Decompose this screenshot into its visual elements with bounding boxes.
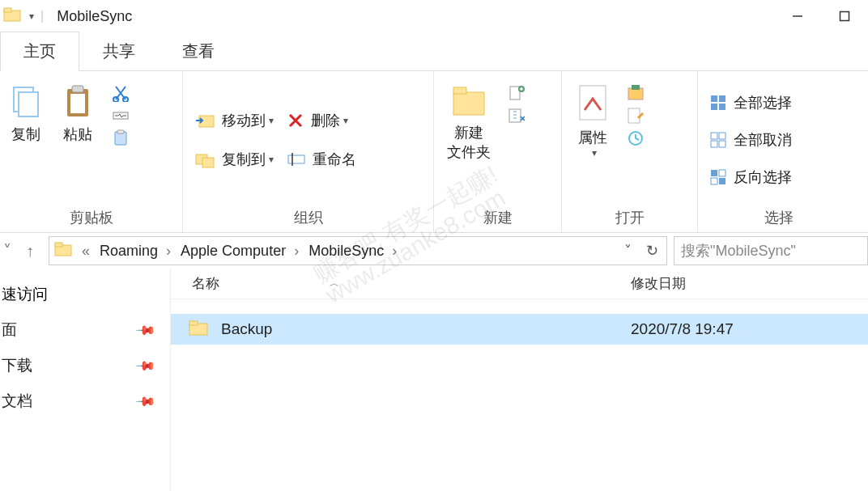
- new-item-icon[interactable]: [507, 84, 525, 102]
- chevron-down-icon: ▾: [269, 115, 274, 126]
- quick-access-toolbar-dropdown[interactable]: ▾: [29, 11, 34, 22]
- svg-rect-27: [628, 108, 640, 123]
- open-icon[interactable]: [627, 84, 645, 102]
- chevron-down-icon: ▾: [592, 147, 597, 159]
- paste-button[interactable]: 粘贴: [52, 76, 104, 147]
- svg-rect-24: [580, 86, 606, 120]
- breadcrumb-prefix[interactable]: «: [77, 237, 95, 265]
- pin-icon: 📌: [134, 390, 157, 413]
- tab-home[interactable]: 主页: [0, 32, 79, 71]
- svg-rect-7: [70, 94, 85, 113]
- search-input[interactable]: 搜索"MobileSync": [674, 236, 868, 265]
- copy-path-icon[interactable]: [112, 107, 130, 125]
- address-dropdown-icon[interactable]: ˅: [624, 242, 632, 260]
- select-none-icon: [709, 131, 727, 149]
- group-select-label: 选择: [703, 203, 855, 232]
- move-to-button[interactable]: 移动到 ▾: [188, 104, 280, 138]
- history-icon[interactable]: [627, 129, 645, 147]
- chevron-right-icon: ›: [392, 243, 397, 260]
- svg-rect-20: [453, 87, 466, 94]
- svg-rect-5: [19, 92, 38, 116]
- svg-rect-31: [711, 104, 717, 110]
- properties-icon: [575, 83, 611, 123]
- rename-icon: [287, 150, 306, 168]
- copy-icon: [9, 83, 43, 120]
- group-open-label: 打开: [567, 203, 692, 232]
- chevron-right-icon: ›: [294, 243, 299, 260]
- chevron-down-icon: ▾: [269, 154, 274, 165]
- breadcrumb-seg-apple[interactable]: Apple Computer›: [176, 237, 304, 265]
- chevron-down-icon: ▾: [343, 115, 348, 126]
- svg-rect-35: [711, 141, 717, 147]
- group-organize-label: 组织: [188, 203, 428, 232]
- new-folder-icon: [449, 83, 489, 118]
- svg-rect-26: [632, 85, 640, 90]
- properties-button[interactable]: 属性 ▾: [567, 76, 619, 162]
- table-row[interactable]: Backup 2020/7/8 19:47: [171, 314, 868, 345]
- sidebar-item-desktop[interactable]: 面 📌: [2, 312, 165, 348]
- paste-icon: [61, 83, 95, 120]
- up-button[interactable]: ↑: [26, 242, 34, 260]
- new-folder-button[interactable]: 新建 文件夹: [439, 76, 499, 165]
- svg-rect-13: [117, 130, 124, 133]
- invert-selection-icon: [709, 168, 727, 186]
- folder-icon: [189, 320, 208, 340]
- svg-rect-30: [719, 95, 725, 102]
- minimize-button[interactable]: [774, 0, 821, 32]
- history-dropdown[interactable]: ˅: [3, 241, 11, 260]
- delete-button[interactable]: 删除 ▾: [280, 104, 355, 138]
- refresh-icon[interactable]: ↻: [646, 242, 658, 260]
- sidebar-item-documents[interactable]: 文档 📌: [2, 383, 165, 419]
- cut-icon[interactable]: [112, 84, 130, 102]
- svg-rect-42: [55, 243, 62, 247]
- file-modified: 2020/7/8 19:47: [624, 320, 868, 338]
- window-title: MobileSync: [57, 8, 132, 25]
- delete-icon: [287, 112, 304, 129]
- paste-shortcut-icon[interactable]: [112, 129, 130, 147]
- file-name: Backup: [221, 320, 272, 338]
- svg-rect-34: [719, 133, 725, 139]
- folder-icon: [54, 241, 72, 261]
- svg-rect-8: [72, 86, 83, 92]
- pin-icon: 📌: [134, 319, 157, 341]
- breadcrumb-seg-roaming[interactable]: Roaming›: [95, 237, 176, 265]
- copy-to-button[interactable]: 复制到 ▾: [188, 142, 280, 176]
- chevron-right-icon: ›: [166, 243, 171, 260]
- svg-rect-40: [719, 178, 725, 184]
- svg-rect-33: [711, 133, 717, 139]
- invert-selection-button[interactable]: 反向选择: [703, 160, 798, 194]
- copy-button[interactable]: 复制: [0, 76, 52, 147]
- folder-icon: [3, 6, 21, 26]
- svg-rect-32: [719, 104, 725, 110]
- tab-share[interactable]: 共享: [79, 32, 159, 71]
- move-to-icon: [194, 112, 215, 129]
- svg-rect-38: [719, 170, 725, 176]
- pin-icon: 📌: [134, 354, 157, 377]
- column-header-modified[interactable]: 修改日期: [624, 274, 868, 293]
- svg-rect-19: [453, 92, 484, 115]
- edit-icon[interactable]: [627, 107, 645, 125]
- breadcrumb-seg-mobilesync[interactable]: MobileSync›: [304, 237, 402, 265]
- rename-button[interactable]: 重命名: [280, 142, 363, 176]
- select-all-icon: [709, 94, 727, 112]
- svg-rect-37: [711, 170, 717, 176]
- svg-rect-16: [202, 158, 214, 167]
- group-new-label: 新建: [439, 203, 556, 232]
- column-header-name[interactable]: 名称 ︿: [171, 274, 624, 293]
- sort-asc-icon: ︿: [330, 277, 339, 290]
- select-all-button[interactable]: 全部选择: [703, 86, 798, 120]
- maximize-button[interactable]: [821, 0, 868, 32]
- easy-access-icon[interactable]: [507, 107, 525, 125]
- sidebar-item-downloads[interactable]: 下载 📌: [2, 348, 165, 383]
- svg-rect-39: [711, 178, 717, 184]
- svg-rect-1: [4, 8, 11, 12]
- address-bar[interactable]: « Roaming› Apple Computer› MobileSync› ˅…: [49, 236, 667, 265]
- sidebar-item-quick-access[interactable]: 速访问: [2, 277, 165, 312]
- svg-rect-29: [711, 95, 717, 102]
- copy-to-icon: [194, 150, 215, 168]
- svg-rect-36: [719, 141, 725, 147]
- tab-view[interactable]: 查看: [159, 32, 238, 71]
- svg-rect-3: [840, 12, 849, 21]
- select-none-button[interactable]: 全部取消: [703, 123, 798, 157]
- svg-rect-17: [288, 155, 304, 163]
